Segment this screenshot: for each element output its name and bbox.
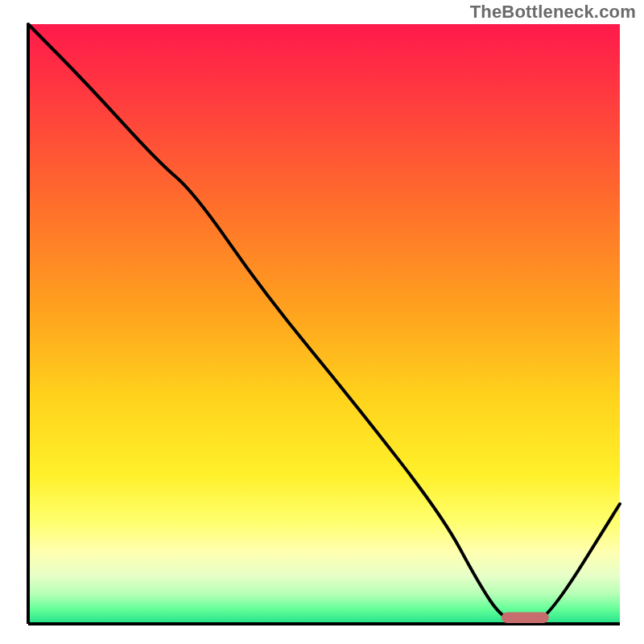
plot-background [28, 24, 620, 624]
chart-container: TheBottleneck.com [0, 0, 644, 644]
optimal-range-marker [502, 613, 549, 623]
bottleneck-plot [0, 0, 644, 644]
